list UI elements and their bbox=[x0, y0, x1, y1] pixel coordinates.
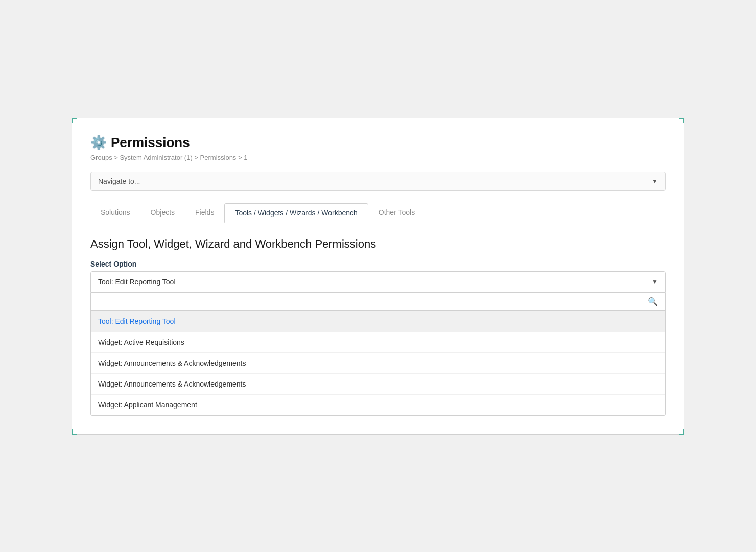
page-title: Permissions bbox=[111, 135, 190, 151]
corner-tr bbox=[679, 118, 684, 123]
section-title: Assign Tool, Widget, Wizard and Workbenc… bbox=[90, 237, 666, 251]
search-box: 🔍 bbox=[90, 293, 666, 311]
tab-tools[interactable]: Tools / Widgets / Wizards / Workbench bbox=[224, 203, 368, 223]
corner-br bbox=[679, 429, 684, 435]
list-item[interactable]: Widget: Active Requisitions bbox=[91, 332, 665, 353]
tab-objects[interactable]: Objects bbox=[140, 203, 185, 223]
select-box[interactable]: Tool: Edit Reporting Tool ▼ bbox=[90, 271, 666, 293]
dropdown-list: Tool: Edit Reporting Tool Widget: Active… bbox=[90, 311, 666, 416]
gear-icon: ⚙️ bbox=[90, 135, 107, 151]
search-icon[interactable]: 🔍 bbox=[648, 297, 658, 306]
navigate-label: Navigate to... bbox=[98, 177, 140, 185]
corner-tl bbox=[72, 118, 77, 123]
content-area: Assign Tool, Widget, Wizard and Workbenc… bbox=[90, 237, 666, 416]
navigate-dropdown-arrow: ▼ bbox=[652, 178, 658, 185]
navigate-bar[interactable]: Navigate to... ▼ bbox=[90, 172, 666, 191]
list-item[interactable]: Widget: Applicant Management bbox=[91, 395, 665, 415]
tab-other-tools[interactable]: Other Tools bbox=[368, 203, 425, 223]
tabs-container: Solutions Objects Fields Tools / Widgets… bbox=[90, 203, 666, 223]
select-option-label: Select Option bbox=[90, 260, 666, 268]
select-box-value: Tool: Edit Reporting Tool bbox=[98, 278, 176, 286]
tab-fields[interactable]: Fields bbox=[185, 203, 224, 223]
list-item[interactable]: Tool: Edit Reporting Tool bbox=[91, 311, 665, 332]
list-item[interactable]: Widget: Announcements & Acknowledgements bbox=[91, 353, 665, 374]
select-dropdown-arrow: ▼ bbox=[652, 278, 658, 285]
tab-solutions[interactable]: Solutions bbox=[90, 203, 140, 223]
breadcrumb: Groups > System Administrator (1) > Perm… bbox=[90, 154, 666, 161]
main-card: ⚙️ Permissions Groups > System Administr… bbox=[72, 118, 684, 435]
page-header: ⚙️ Permissions bbox=[90, 135, 666, 151]
list-item[interactable]: Widget: Announcements & Acknowledgements bbox=[91, 374, 665, 395]
corner-bl bbox=[72, 429, 77, 435]
